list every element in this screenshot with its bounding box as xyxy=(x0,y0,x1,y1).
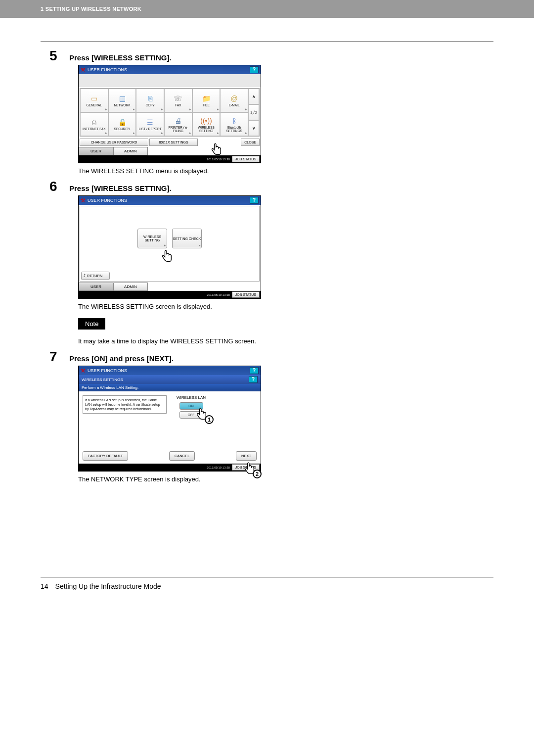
timestamp: 2011/05/10 13:38 xyxy=(207,158,230,161)
wireless-setting-button[interactable]: WIRELESS SETTING▸ xyxy=(137,229,167,248)
scroll-down-button[interactable]: ∨ xyxy=(248,120,259,136)
tools-icon: ⚒ xyxy=(81,368,86,374)
printer-efiling-button[interactable]: 🖨PRINTER / e-FILING▸ xyxy=(164,112,192,136)
pointer-hand-icon xyxy=(209,143,223,157)
tools-icon: ⚒ xyxy=(81,197,86,204)
factory-default-button[interactable]: FACTORY DEFAULT xyxy=(83,451,128,461)
step-number: 5 xyxy=(49,49,69,63)
note-label: Note xyxy=(78,318,105,330)
screen-titlebar: ⚒ USER FUNCTIONS ? xyxy=(79,196,261,205)
setting-check-button[interactable]: SETTING CHECK▸ xyxy=(172,229,202,248)
email-button[interactable]: @E-MAIL▸ xyxy=(220,89,248,112)
8021x-button[interactable]: 802.1X SETTINGS xyxy=(149,139,198,146)
next-button[interactable]: NEXT xyxy=(236,451,257,461)
footer-title: Setting Up the Infrastructure Mode xyxy=(55,582,161,590)
timestamp: 2011/05/10 13:38 xyxy=(207,293,230,296)
callout-1: 1 xyxy=(205,415,214,424)
info-text: If a wireless LAN setup is confirmed, th… xyxy=(83,395,167,414)
screen-titlebar: ⚒ USER FUNCTIONS ? xyxy=(79,366,261,375)
user-tab[interactable]: USER xyxy=(79,147,113,155)
subtitle: WIRELESS SETTINGS xyxy=(82,378,123,382)
close-button[interactable]: CLOSE xyxy=(241,139,260,146)
security-button[interactable]: 🔒SECURITY▸ xyxy=(108,112,136,136)
callout-2: 2 xyxy=(253,470,262,478)
return-button[interactable]: ⤴RETURN xyxy=(81,272,110,280)
step5-result: The WIRELESS SETTING menu is displayed. xyxy=(78,167,493,175)
admin-tab[interactable]: ADMIN xyxy=(113,283,148,291)
page-number: 14 xyxy=(41,582,48,590)
list-report-button[interactable]: ☰LIST / REPORT▸ xyxy=(136,112,164,136)
general-button[interactable]: ▭GENERAL▸ xyxy=(80,89,108,112)
job-status-button[interactable]: JOB STATUS xyxy=(232,291,260,298)
step6-screen: ⚒ USER FUNCTIONS ? WIRELESS SETTING▸ SET… xyxy=(78,195,261,299)
return-arrow-icon: ⤴ xyxy=(84,274,86,278)
timestamp: 2011/05/10 13:38 xyxy=(207,466,230,469)
bluetooth-button[interactable]: ᛒBluetooth SETTINGS▸ xyxy=(220,112,248,136)
step-title: Press [WIRELESS SETTING]. xyxy=(69,184,172,192)
page-indicator: 1╱2 xyxy=(248,104,259,120)
screen-title: USER FUNCTIONS xyxy=(88,368,127,373)
network-button[interactable]: ▥NETWORK▸ xyxy=(108,89,136,112)
page-header: 1 SETTING UP WIRELESS NETWORK xyxy=(0,0,534,18)
internet-fax-button[interactable]: ⎙INTERNET FAX▸ xyxy=(80,112,108,136)
fax-button[interactable]: ☏FAX▸ xyxy=(164,89,192,112)
help-icon[interactable]: ? xyxy=(249,376,258,383)
tools-icon: ⚒ xyxy=(81,67,86,73)
step-6-header: 6 Press [WIRELESS SETTING]. xyxy=(49,180,493,193)
chapter-title: 1 SETTING UP WIRELESS NETWORK xyxy=(41,6,141,12)
job-status-button[interactable]: JOB STATUS xyxy=(232,156,260,162)
change-password-button[interactable]: CHANGE USER PASSWORD xyxy=(80,139,148,146)
help-icon[interactable]: ? xyxy=(250,197,259,204)
cancel-button[interactable]: CANCEL xyxy=(169,451,195,461)
step-5-header: 5 Press [WIRELESS SETTING]. xyxy=(49,49,493,63)
step-number: 6 xyxy=(49,180,69,193)
step5-screen: ⚒ USER FUNCTIONS ? ▭GENERAL▸ ▥NETWORK▸ ⎘… xyxy=(78,65,261,163)
step7-result: The NETWORK TYPE screen is displayed. xyxy=(78,475,493,483)
step-7-header: 7 Press [ON] and press [NEXT]. xyxy=(49,350,493,364)
step-title: Press [WIRELESS SETTING]. xyxy=(69,53,172,62)
page-footer: 14 Setting Up the Infrastructure Mode xyxy=(0,577,534,610)
step7-screen: ⚒ USER FUNCTIONS ? WIRELESS SETTINGS ? P… xyxy=(78,366,261,472)
step6-result: The WIRELESS SETTING screen is displayed… xyxy=(78,303,493,310)
file-button[interactable]: 📁FILE▸ xyxy=(192,89,221,112)
wireless-setting-button[interactable]: ((•))WIRELESS SETTING▸ xyxy=(192,112,221,136)
instruction-bar: Perform a Wireless LAN Setting. xyxy=(79,384,261,391)
screen-titlebar: ⚒ USER FUNCTIONS ? xyxy=(79,65,261,74)
screen-subtitle-bar: WIRELESS SETTINGS ? xyxy=(79,375,261,384)
pointer-hand-icon xyxy=(160,250,174,264)
scroll-up-button[interactable]: ∧ xyxy=(248,89,259,104)
wireless-lan-label: WIRELESS LAN xyxy=(177,395,206,400)
help-icon[interactable]: ? xyxy=(250,367,259,374)
screen-title: USER FUNCTIONS xyxy=(88,67,127,72)
copy-button[interactable]: ⎘COPY▸ xyxy=(136,89,164,112)
note-text: It may take a time to display the WIRELE… xyxy=(78,337,493,345)
screen-title: USER FUNCTIONS xyxy=(88,198,127,203)
help-icon[interactable]: ? xyxy=(250,66,259,73)
step-number: 7 xyxy=(49,350,69,364)
top-rule xyxy=(41,42,493,42)
admin-tab[interactable]: ADMIN xyxy=(113,147,148,155)
user-tab[interactable]: USER xyxy=(79,283,113,291)
step-title: Press [ON] and press [NEXT]. xyxy=(69,354,174,363)
